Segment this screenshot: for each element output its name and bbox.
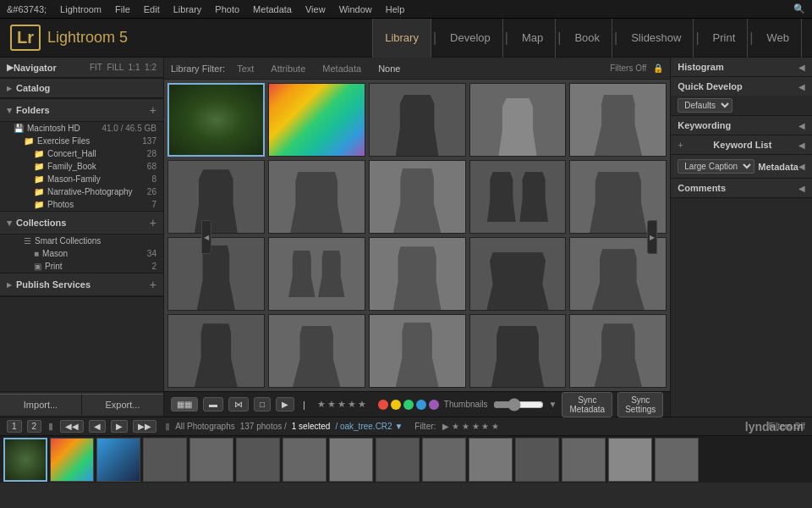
concert-hall-item[interactable]: 📁 Concert_Hall 28 <box>0 147 163 160</box>
photo-cell[interactable] <box>167 160 265 234</box>
compare-view-button[interactable]: ⋈ <box>228 397 249 411</box>
filmstrip-item[interactable] <box>608 438 652 482</box>
menu-edit[interactable]: Edit <box>144 4 160 14</box>
star-2[interactable]: ★ <box>327 399 336 410</box>
sync-settings-button[interactable]: Sync Settings <box>617 392 663 417</box>
color-blue[interactable] <box>416 400 426 410</box>
collections-header[interactable]: ▶ Collections + <box>0 212 163 235</box>
menu-file[interactable]: File <box>115 4 130 14</box>
sync-metadata-button[interactable]: Sync Metadata <box>562 392 612 417</box>
family-book-item[interactable]: 📁 Family_Book 68 <box>0 160 163 173</box>
filmstrip-item[interactable] <box>376 438 420 482</box>
apple-menu[interactable]: &#63743; <box>7 4 47 14</box>
photo-cell[interactable] <box>268 237 365 311</box>
exercise-files-item[interactable]: 📁 Exercise Files 137 <box>0 135 163 147</box>
survey-view-button[interactable]: □ <box>254 397 271 411</box>
navigator-options[interactable]: FIT FILL 1:1 1:2 <box>90 63 156 72</box>
photo-cell[interactable] <box>167 237 265 311</box>
tab-map[interactable]: Map <box>510 19 556 58</box>
menu-help[interactable]: Help <box>386 4 405 14</box>
left-panel-toggle[interactable]: ◀ <box>201 220 211 254</box>
macintosh-hd-item[interactable]: 💾 Macintosh HD 41.0 / 46.5 GB <box>0 122 163 135</box>
photo-cell[interactable] <box>469 83 567 157</box>
filter-text-tab[interactable]: Text <box>232 64 259 74</box>
tab-web[interactable]: Web <box>755 19 803 58</box>
photo-cell[interactable] <box>167 314 265 388</box>
publish-services-header[interactable]: ▶ Publish Services + <box>0 273 163 296</box>
grid-view-button[interactable]: ▦▦ <box>171 397 198 411</box>
photo-cell[interactable] <box>369 160 466 234</box>
narrative-photography-item[interactable]: 📁 Narrative-Photography 26 <box>0 185 163 198</box>
filmstrip-item[interactable] <box>329 438 373 482</box>
thumbnails-slider[interactable] <box>493 398 544 411</box>
menu-window[interactable]: Window <box>339 4 372 14</box>
filmstrip-next-next[interactable]: ▶▶ <box>133 420 156 433</box>
loupe-view-button[interactable]: ▬ <box>203 397 223 411</box>
tab-book[interactable]: Book <box>562 19 612 58</box>
star-1[interactable]: ★ <box>317 399 326 410</box>
star-4[interactable]: ★ <box>348 399 356 410</box>
folders-add-button[interactable]: + <box>150 103 156 117</box>
extras-button[interactable]: ▶ <box>276 397 294 411</box>
color-yellow[interactable] <box>391 400 401 410</box>
metadata-header[interactable]: Large Caption Metadata ◀ <box>671 155 812 178</box>
filter-none-tab[interactable]: None <box>373 64 405 74</box>
photo-cell[interactable] <box>268 160 365 234</box>
smart-collections-item[interactable]: ☰ Smart Collections <box>0 235 163 247</box>
tab-library[interactable]: Library <box>372 19 431 58</box>
photo-cell[interactable] <box>569 314 667 388</box>
keywording-header[interactable]: Keywording ◀ <box>671 116 812 135</box>
filmstrip-nav-2[interactable]: 2 <box>27 420 42 433</box>
star-5[interactable]: ★ <box>358 399 366 410</box>
photo-cell[interactable] <box>569 83 667 157</box>
menu-library[interactable]: Library <box>173 4 202 14</box>
filmstrip-item[interactable] <box>655 438 699 482</box>
menu-metadata[interactable]: Metadata <box>253 4 292 14</box>
collections-add-button[interactable]: + <box>150 216 156 229</box>
filmstrip-item[interactable] <box>189 438 233 482</box>
filmstrip-nav-1[interactable]: 1 <box>7 420 22 433</box>
menu-photo[interactable]: Photo <box>215 4 239 14</box>
filter-attribute-tab[interactable]: Attribute <box>266 64 310 74</box>
filmstrip-item[interactable] <box>143 438 187 482</box>
filmstrip-prev[interactable]: ◀ <box>89 420 106 433</box>
export-button[interactable]: Export... <box>82 394 163 415</box>
print-collection-item[interactable]: ▣ Print 2 <box>0 260 163 273</box>
filmstrip-item[interactable] <box>50 438 94 482</box>
saved-preset-select[interactable]: Defaults <box>678 98 732 113</box>
photo-cell[interactable] <box>268 83 365 157</box>
color-red[interactable] <box>378 400 388 410</box>
mason-family-item[interactable]: 📁 Mason-Family 8 <box>0 173 163 185</box>
filmstrip-item[interactable] <box>422 438 466 482</box>
photo-cell[interactable] <box>268 314 365 388</box>
filmstrip-path[interactable]: / oak_tree.CR2 ▼ <box>335 422 403 431</box>
menu-lightroom[interactable]: Lightroom <box>60 4 102 14</box>
filmstrip-item[interactable] <box>562 438 606 482</box>
photo-cell[interactable] <box>469 160 567 234</box>
photo-cell[interactable] <box>369 314 466 388</box>
navigator-header[interactable]: ▶ Navigator FIT FILL 1:1 1:2 <box>0 58 163 78</box>
photo-cell[interactable] <box>369 237 466 311</box>
color-green[interactable] <box>403 400 414 410</box>
photo-cell[interactable] <box>469 237 567 311</box>
photo-cell[interactable] <box>469 314 567 388</box>
catalog-header[interactable]: ▶ Catalog <box>0 79 163 98</box>
zoom-dropdown[interactable]: ▼ <box>549 400 557 409</box>
filter-lock-icon[interactable]: 🔒 <box>653 64 663 73</box>
publish-services-add-button[interactable]: + <box>150 278 156 291</box>
mason-collection-item[interactable]: ■ Mason 34 <box>0 247 163 260</box>
tab-print[interactable]: Print <box>701 19 749 58</box>
import-button[interactable]: Import... <box>0 394 82 415</box>
photo-cell[interactable] <box>167 83 265 157</box>
filter-metadata-tab[interactable]: Metadata <box>317 64 366 74</box>
filmstrip-item[interactable] <box>236 438 280 482</box>
filmstrip-prev-prev[interactable]: ◀◀ <box>60 420 84 433</box>
quick-develop-header[interactable]: Quick Develop ◀ <box>671 77 812 96</box>
filmstrip-item[interactable] <box>469 438 513 482</box>
tab-develop[interactable]: Develop <box>438 19 503 58</box>
tab-slideshow[interactable]: Slideshow <box>619 19 694 58</box>
histogram-header[interactable]: Histogram ◀ <box>671 58 812 76</box>
photo-cell[interactable] <box>369 83 466 157</box>
metadata-preset-select[interactable]: Large Caption <box>678 159 754 174</box>
folders-header[interactable]: ▶ Folders + <box>0 99 163 122</box>
